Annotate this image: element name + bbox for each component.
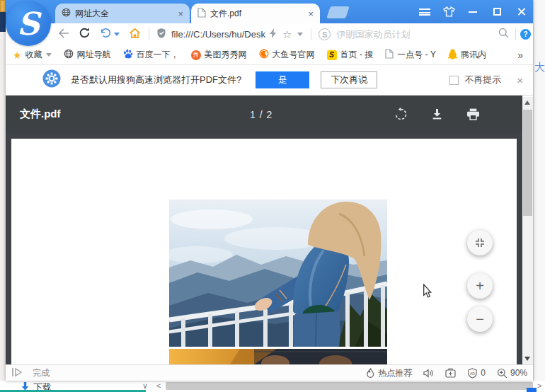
xiu-badge-icon: 秀 (191, 50, 201, 60)
bookmark-tencent[interactable]: 腾讯内 (448, 49, 486, 62)
theme-skin-button[interactable] (437, 0, 461, 23)
zoom-level-button[interactable]: 90% (497, 368, 527, 379)
zoom-in-button[interactable]: + (467, 273, 493, 299)
tab-bar: 网址大全 × 文件.pdf × (6, 0, 533, 23)
ask-later-button[interactable]: 下次再说 (321, 71, 377, 88)
sidebar-toggle-icon[interactable] (11, 367, 23, 379)
minimize-icon (469, 11, 477, 13)
search-input[interactable]: 伊朗国家动员计划 (336, 28, 498, 41)
pdf-viewer[interactable] (6, 133, 522, 364)
undo-dropdown-caret[interactable] (114, 33, 120, 36)
search-icon[interactable] (498, 28, 509, 41)
scroll-down-arrow[interactable] (524, 357, 530, 361)
tab-close-icon[interactable]: × (178, 8, 183, 19)
background-window-left-edge (0, 0, 6, 392)
security-shield-icon (156, 28, 166, 42)
tab-label: 文件.pdf (210, 8, 305, 20)
document-icon (197, 8, 206, 20)
bookmarks-overflow-chevron[interactable]: » (517, 50, 523, 61)
close-icon (517, 7, 526, 16)
ad-block-button[interactable]: AD 0 (467, 368, 486, 379)
new-tab-button[interactable] (326, 6, 350, 18)
sogou-badge-icon: S (327, 50, 337, 60)
reload-button[interactable] (79, 27, 91, 42)
favorite-star-icon[interactable]: ☆ (282, 29, 292, 40)
rotate-button[interactable] (394, 108, 408, 124)
back-button[interactable] (58, 28, 69, 41)
url-dropdown-caret[interactable] (297, 33, 303, 36)
pdf-default-notification: 是否默认用搜狗高速浏览器打开PDF文件? 是 下次再说 不再提示 × (6, 65, 533, 96)
scrollbar-thumb[interactable] (523, 110, 532, 216)
menu-button[interactable] (413, 0, 437, 23)
tab-pdf[interactable]: 文件.pdf × (191, 4, 320, 23)
dont-remind-label: 不再提示 (464, 74, 501, 86)
toolbox-button[interactable] (445, 368, 456, 378)
penguin-icon (448, 49, 457, 62)
background-folder-icon (0, 0, 6, 12)
home-button[interactable] (129, 28, 141, 42)
download-button[interactable] (431, 108, 443, 123)
bookmark-meitu[interactable]: 秀 美图秀秀网 (191, 49, 247, 61)
globe-icon (62, 8, 71, 19)
favorites-menu[interactable]: ★ 收藏 (13, 49, 52, 61)
scroll-left-arrow[interactable]: < (156, 381, 161, 390)
fit-to-page-button[interactable] (467, 230, 493, 255)
favorites-caret (46, 53, 52, 57)
bookmark-sogou-home[interactable]: S 首页 - 搜 (327, 49, 374, 61)
minimize-button[interactable] (461, 0, 485, 23)
notification-close-icon[interactable]: × (517, 74, 523, 86)
star-icon: ★ (13, 50, 22, 60)
page-icon (385, 49, 394, 61)
load-status-text: 完成 (33, 367, 50, 379)
background-window-right-edge: 大 (533, 0, 545, 392)
zoom-magnifier-icon (497, 368, 507, 379)
divider (311, 28, 311, 40)
divider (149, 28, 149, 40)
horizontal-scrollbar[interactable] (166, 382, 533, 390)
maximize-icon (493, 8, 501, 16)
fit-icon (475, 238, 485, 248)
flame-icon (366, 368, 375, 379)
bookmark-baidu[interactable]: 百度一下， (123, 49, 179, 61)
fish-icon (259, 49, 269, 61)
vertical-scrollbar[interactable] (522, 97, 533, 364)
address-bar: file:///C:/Users/hu/Desk ☆ S 伊朗国家动员计划 ? (6, 23, 533, 45)
background-blue-fragment (527, 388, 537, 392)
bookmark-site-nav[interactable]: 网址导航 (64, 49, 111, 61)
lightning-icon[interactable] (270, 28, 277, 41)
status-bar: 完成 热点推荐 AD 0 90% (6, 364, 533, 381)
tshirt-icon (443, 6, 455, 17)
print-button[interactable] (466, 108, 480, 123)
close-window-button[interactable] (509, 0, 533, 23)
dont-remind-checkbox[interactable] (449, 76, 459, 85)
pdf-toolbar: 文件.pdf 1 / 2 (6, 96, 522, 133)
zoom-out-button[interactable]: − (467, 306, 493, 332)
svg-text:AD: AD (470, 371, 475, 375)
scroll-up-arrow[interactable] (524, 100, 530, 105)
screen: 大 下载 ∨ < > 网址大全 × 文件.pdf × (0, 0, 545, 392)
bookmark-yidian[interactable]: 一点号 - Y (385, 49, 436, 61)
bookmark-dayu[interactable]: 大鱼号官网 (259, 49, 315, 61)
pdf-page (11, 139, 517, 364)
search-engine-icon[interactable]: S (319, 28, 331, 40)
maximize-button[interactable] (485, 0, 509, 23)
background-download-shelf: 下载 ∨ < > (0, 381, 545, 392)
undo-button[interactable] (100, 28, 111, 41)
sound-button[interactable] (423, 369, 434, 378)
yes-button[interactable]: 是 (256, 71, 309, 88)
gear-icon (42, 69, 61, 91)
pdf-title: 文件.pdf (20, 108, 61, 121)
tab-close-icon[interactable]: × (308, 8, 314, 19)
window-controls (413, 0, 533, 23)
help-button[interactable]: ? (520, 29, 531, 40)
notification-message: 是否默认用搜狗高速浏览器打开PDF文件? (71, 74, 241, 86)
bookmarks-bar: ★ 收藏 网址导航 百度一下， 秀 美图秀秀网 大鱼号官网 S (6, 45, 533, 65)
divider (515, 28, 516, 40)
sogou-logo[interactable]: S (6, 1, 51, 46)
scroll-right-arrow[interactable]: > (537, 381, 541, 390)
tab-homepage[interactable]: 网址大全 × (55, 4, 190, 23)
hot-recommend-button[interactable]: 热点推荐 (366, 367, 412, 379)
url-text[interactable]: file:///C:/Users/hu/Desk (171, 29, 265, 40)
browser-window: 网址大全 × 文件.pdf × S (6, 0, 533, 381)
mouse-cursor (423, 284, 433, 301)
